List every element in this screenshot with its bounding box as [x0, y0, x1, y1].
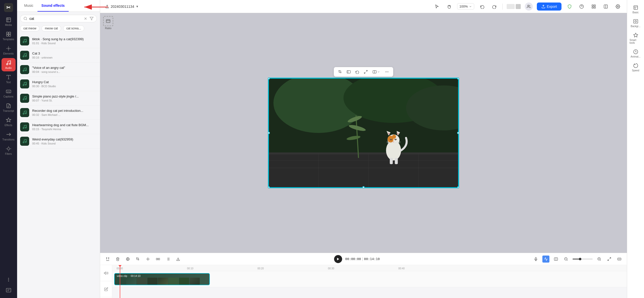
caption-auto-btn[interactable] — [616, 256, 623, 263]
export-btn[interactable]: Export — [537, 3, 561, 11]
collab-btn[interactable] — [525, 3, 533, 11]
canvas-rotate-btn[interactable] — [354, 69, 360, 75]
canvas-split-btn[interactable] — [371, 69, 382, 74]
sidebar-item-captions[interactable]: Captions — [2, 87, 16, 100]
tag-cat-meow[interactable]: cat meow — [20, 25, 39, 31]
zoom-slider[interactable] — [573, 259, 593, 260]
edit-label[interactable] — [100, 281, 112, 297]
help-btn[interactable] — [578, 3, 586, 11]
tag-meow-cat[interactable]: meow cat — [42, 25, 61, 31]
sound-item-5[interactable]: Simple piano jazz-style jingle /... 00:0… — [17, 91, 100, 106]
canvas-flip-btn[interactable] — [345, 69, 352, 75]
cut-btn[interactable] — [165, 256, 172, 263]
sound-icon-5 — [20, 94, 29, 103]
sidebar-item-transcript[interactable]: Transcript — [2, 101, 16, 114]
svg-rect-105 — [634, 6, 637, 10]
video-preview[interactable] — [268, 78, 459, 188]
play-btn[interactable] — [334, 255, 342, 263]
empty-track-row — [112, 287, 627, 298]
hand-tool-btn[interactable] — [445, 3, 453, 11]
playhead[interactable] — [120, 265, 120, 298]
sound-item-7[interactable]: Heartwarming dog and cat flute BGM... 03… — [17, 120, 100, 134]
ratio-label-container[interactable]: Ratio — [103, 16, 113, 30]
zoom-in-btn[interactable] — [596, 256, 603, 263]
tab-music[interactable]: Music — [20, 0, 37, 12]
undo-btn[interactable] — [478, 3, 486, 11]
delete-btn[interactable] — [114, 256, 121, 263]
sound-item-4[interactable]: Hungry Cat 00:30 · BCD Studio — [17, 77, 100, 91]
sidebar-item-audio[interactable]: Audio — [2, 58, 16, 71]
volume-label[interactable] — [100, 265, 112, 281]
svg-rect-0 — [6, 18, 11, 22]
right-panel-background[interactable]: Backgr... — [629, 17, 643, 30]
search-input[interactable] — [29, 17, 82, 21]
audio-wave-btn[interactable] — [542, 256, 549, 263]
time-display: 00:00:00 | 00:14:10 — [345, 257, 380, 261]
zoom-control[interactable]: 100% — [457, 3, 474, 10]
crop-btn[interactable] — [134, 256, 141, 263]
filter-icon[interactable] — [90, 17, 94, 21]
svg-line-102 — [608, 259, 609, 261]
tick-2: 00:20 — [257, 267, 264, 270]
sound-item-1[interactable]: tiktok · Song sung by a cat(932399) 01:0… — [17, 34, 100, 48]
sidebar-more-btn[interactable] — [2, 275, 16, 284]
settings-btn[interactable] — [614, 3, 622, 11]
sidebar-item-filters[interactable]: Filters — [2, 144, 16, 157]
right-panel-basic[interactable]: Basic — [629, 3, 643, 16]
svg-point-30 — [25, 141, 26, 143]
clear-search-icon[interactable] — [84, 17, 88, 21]
sound-meta-1: 01:01 · Kids Sound — [32, 42, 97, 45]
canvas-crop-btn[interactable] — [337, 69, 343, 75]
sound-title-3: "Voice of an angry cat" — [32, 66, 97, 70]
right-panel-speed[interactable]: Speed — [629, 61, 643, 74]
split-btn[interactable] — [124, 256, 131, 263]
sound-icon-1 — [20, 36, 29, 45]
flip-timeline-btn[interactable] — [144, 256, 151, 263]
thumb-8 — [190, 278, 200, 285]
canvas-more-btn[interactable] — [384, 69, 390, 75]
app-logo[interactable]: ✂ — [4, 3, 13, 12]
mic-btn[interactable] — [532, 256, 539, 263]
sidebar-item-effects[interactable]: Effects — [2, 115, 16, 129]
svg-point-28 — [25, 127, 26, 128]
sound-item-2[interactable]: Cat 3 00:16 · unknown — [17, 48, 100, 63]
video-clip[interactable]: video clip · 00:14:10 — [114, 273, 210, 285]
cursor-tool-btn[interactable] — [433, 3, 441, 11]
split-view-timeline-btn[interactable] — [552, 256, 559, 263]
sidebar-item-media[interactable]: Media — [2, 15, 16, 28]
playhead-head — [118, 265, 122, 267]
zoom-out-btn[interactable] — [562, 256, 570, 263]
sidebar-item-text[interactable]: Text — [2, 72, 16, 86]
sidebar-item-elements[interactable]: Elements — [2, 44, 16, 57]
right-panel-smart-tools[interactable]: Smart tools — [629, 31, 643, 46]
fullscreen-btn[interactable] — [606, 256, 613, 263]
selection-border — [268, 78, 459, 188]
handle-bm[interactable] — [362, 186, 365, 188]
redo-btn[interactable] — [490, 3, 498, 11]
sidebar-item-transitions[interactable]: Transitions — [2, 130, 16, 143]
sidebar-item-templates[interactable]: Templates — [2, 29, 16, 43]
shield-btn[interactable] — [566, 3, 574, 11]
merge-btn[interactable] — [154, 256, 162, 263]
canvas-fit-btn[interactable] — [363, 69, 369, 75]
dropdown-arrow: ▼ — [136, 5, 139, 8]
split-view-btn[interactable] — [602, 3, 610, 11]
download-btn[interactable] — [175, 256, 182, 263]
sound-title-1: tiktok · Song sung by a cat(932399) — [32, 37, 97, 41]
sound-title-5: Simple piano jazz-style jingle /... — [32, 94, 97, 99]
sound-item-3[interactable]: "Voice of an angry cat" 00:04 · song sou… — [17, 63, 100, 77]
handle-br[interactable] — [457, 186, 459, 188]
tag-cat-scream[interactable]: cat screa... — [63, 25, 85, 31]
search-icon — [23, 17, 27, 21]
tab-sound-effects[interactable]: Sound effects — [37, 0, 69, 12]
sound-item-8[interactable]: Weird everyday cat(932959) 00:45 · Kids … — [17, 134, 100, 148]
sidebar-subtitles-btn[interactable] — [2, 285, 16, 295]
right-panel-animate[interactable]: Animat... — [629, 47, 643, 60]
zoom-thumb[interactable] — [579, 258, 581, 260]
trim-btn[interactable] — [104, 256, 111, 263]
sound-item-6[interactable]: Recorder dog cat pet introduction... 00:… — [17, 106, 100, 120]
thumb-4 — [147, 278, 157, 285]
sound-meta-3: 00:04 · song sound s... — [32, 70, 97, 73]
handle-mr[interactable] — [457, 132, 459, 134]
layout-btn[interactable] — [590, 3, 598, 11]
